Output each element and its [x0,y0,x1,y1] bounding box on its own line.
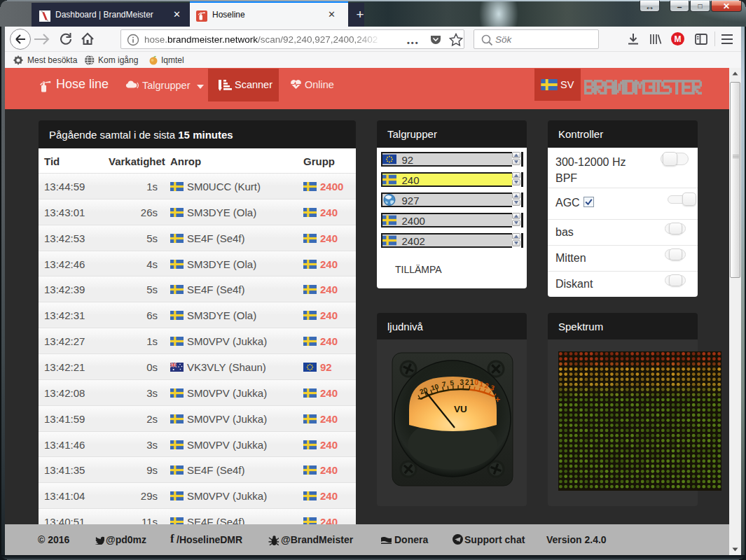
svg-text:VU: VU [454,404,467,414]
svg-text:3: 3 [460,379,464,386]
svg-text:0: 0 [475,379,479,386]
svg-text:M: M [675,34,682,44]
svg-text:2: 2 [465,379,469,386]
svg-text:+: + [495,394,501,405]
svg-text:1: 1 [470,379,474,386]
